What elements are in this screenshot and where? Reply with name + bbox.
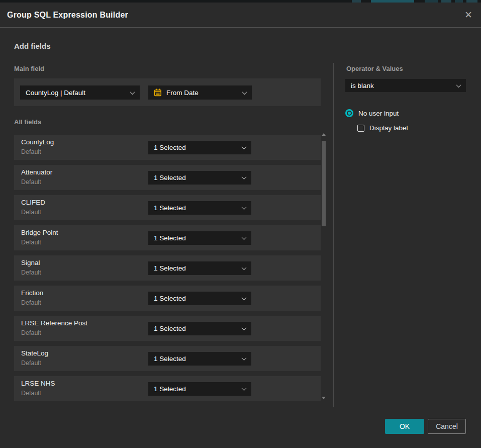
close-icon[interactable]: ✕ (463, 10, 474, 21)
chevron-down-icon (242, 325, 247, 330)
scrollbar-thumb[interactable] (322, 141, 326, 226)
field-row: LRSE Reference Post Default 1 Selected (14, 316, 321, 341)
field-selection-dropdown[interactable]: 1 Selected (148, 382, 251, 396)
main-field-source-value: CountyLog | Default (26, 89, 85, 97)
field-selection-value: 1 Selected (154, 234, 186, 242)
main-field-label: Main field (14, 65, 44, 72)
all-fields-list: CountyLog Default 1 Selected Attenuator … (14, 135, 321, 406)
field-selection-dropdown[interactable]: 1 Selected (148, 231, 251, 245)
field-row: Signal Default 1 Selected (14, 255, 321, 281)
field-selection-dropdown[interactable]: 1 Selected (148, 322, 251, 335)
chevron-down-icon (242, 144, 247, 149)
scroll-up-icon[interactable] (322, 133, 326, 137)
field-selection-value: 1 Selected (154, 325, 186, 332)
fields-list-scrollbar[interactable] (322, 132, 326, 402)
cancel-button[interactable]: Cancel (428, 419, 466, 434)
no-user-input-radio[interactable]: No user input (345, 109, 399, 117)
all-fields-label: All fields (14, 118, 41, 126)
field-selection-value: 1 Selected (154, 264, 186, 272)
main-field-name-dropdown[interactable]: From Date (148, 85, 252, 100)
field-selection-dropdown[interactable]: 1 Selected (148, 292, 251, 305)
field-row: Friction Default 1 Selected (14, 286, 321, 311)
main-field-source-dropdown[interactable]: CountyLog | Default (20, 85, 140, 100)
scroll-down-icon[interactable] (322, 397, 326, 401)
add-fields-heading: Add fields (14, 42, 51, 50)
field-row: CLIFED Default 1 Selected (14, 195, 321, 220)
field-selection-dropdown[interactable]: 1 Selected (148, 201, 251, 215)
chevron-down-icon (242, 89, 247, 95)
chevron-down-icon (242, 295, 247, 300)
chevron-down-icon (242, 205, 247, 210)
dialog-header: Group SQL Expression Builder ✕ (0, 3, 481, 28)
field-selection-dropdown[interactable]: 1 Selected (148, 171, 251, 185)
group-sql-expression-builder-dialog: Group SQL Expression Builder ✕ Add field… (0, 3, 481, 448)
main-field-panel: CountyLog | Default From Date (14, 78, 321, 106)
operator-dropdown[interactable]: is blank (345, 79, 466, 92)
display-label-label: Display label (369, 124, 408, 132)
dialog-title: Group SQL Expression Builder (7, 11, 128, 20)
field-selection-value: 1 Selected (154, 355, 186, 363)
field-selection-dropdown[interactable]: 1 Selected (148, 261, 251, 275)
field-selection-dropdown[interactable]: 1 Selected (148, 352, 251, 366)
field-row: StateLog Default 1 Selected (14, 346, 321, 371)
field-selection-value: 1 Selected (154, 174, 186, 182)
chevron-down-icon (242, 265, 247, 270)
chevron-down-icon (242, 386, 247, 391)
field-row: Bridge Point Default 1 Selected (14, 225, 321, 250)
vertical-divider (333, 63, 334, 407)
field-selection-value: 1 Selected (154, 144, 186, 151)
main-field-name-value: From Date (166, 89, 199, 97)
field-selection-value: 1 Selected (154, 204, 186, 212)
display-label-checkbox-row[interactable]: Display label (357, 124, 408, 132)
chevron-down-icon (242, 355, 247, 361)
calendar-icon (154, 88, 162, 97)
field-row: Attenuator Default 1 Selected (14, 165, 321, 190)
field-row: CountyLog Default 1 Selected (14, 135, 321, 160)
chevron-down-icon (130, 89, 135, 95)
field-selection-value: 1 Selected (154, 385, 186, 393)
operator-values-label: Operator & Values (346, 65, 403, 72)
chevron-down-icon (242, 235, 247, 240)
chevron-down-icon (456, 82, 461, 87)
field-selection-value: 1 Selected (154, 295, 186, 302)
no-user-input-label: No user input (358, 110, 399, 117)
field-selection-dropdown[interactable]: 1 Selected (148, 141, 251, 154)
chevron-down-icon (242, 174, 247, 180)
checkbox-unchecked-icon[interactable] (357, 125, 364, 132)
operator-value: is blank (351, 82, 374, 89)
ok-button[interactable]: OK (385, 419, 424, 434)
radio-selected-icon[interactable] (345, 109, 353, 117)
field-row: LRSE NHS Default 1 Selected (14, 376, 321, 401)
